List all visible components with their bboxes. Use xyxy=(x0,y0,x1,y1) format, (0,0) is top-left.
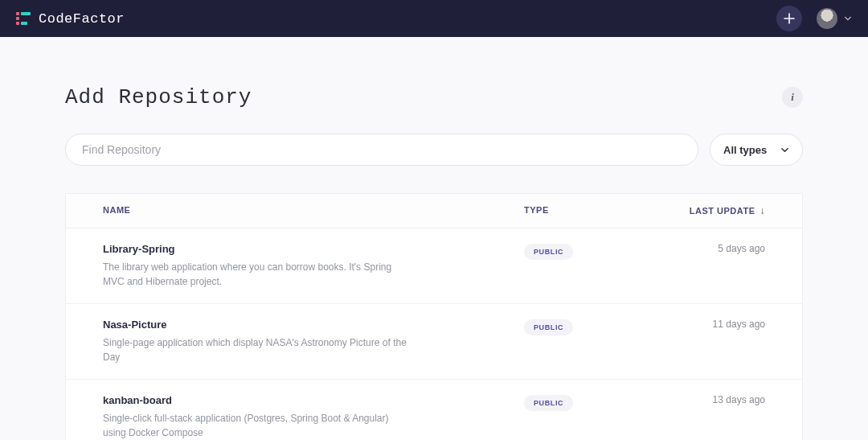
repo-table: NAME TYPE LAST UPDATE ↓ Library-SpringTh… xyxy=(65,193,803,440)
col-header-name[interactable]: NAME xyxy=(103,205,524,216)
last-update-text: 13 days ago xyxy=(661,394,765,405)
search-input[interactable] xyxy=(65,134,698,166)
brand-logo[interactable]: CodeFactor xyxy=(16,11,125,27)
col-header-update-label: LAST UPDATE xyxy=(690,206,755,216)
type-cell: PUBLIC xyxy=(524,243,661,260)
topbar-right xyxy=(776,6,852,31)
repo-description: Single-click full-stack application (Pos… xyxy=(103,411,408,440)
brand-mark-icon xyxy=(16,11,31,26)
col-header-update[interactable]: LAST UPDATE ↓ xyxy=(661,205,765,216)
table-row[interactable]: Library-SpringThe library web applicatio… xyxy=(66,228,802,304)
visibility-badge: PUBLIC xyxy=(524,244,573,260)
table-row[interactable]: kanban-boardSingle-click full-stack appl… xyxy=(66,380,802,440)
page-header: Add Repository i xyxy=(65,85,803,109)
plus-icon xyxy=(784,13,795,24)
type-cell: PUBLIC xyxy=(524,319,661,335)
user-menu[interactable] xyxy=(817,8,852,29)
repo-description: Single-page application which display NA… xyxy=(103,335,408,364)
repo-cell: Library-SpringThe library web applicatio… xyxy=(103,243,524,289)
info-icon: i xyxy=(791,91,794,104)
avatar-icon xyxy=(817,8,837,29)
sort-desc-icon: ↓ xyxy=(760,205,766,216)
controls-row: All types xyxy=(65,134,803,166)
last-update-text: 5 days ago xyxy=(661,243,765,254)
type-cell: PUBLIC xyxy=(524,394,661,411)
update-cell: 13 days ago xyxy=(661,394,765,405)
last-update-text: 11 days ago xyxy=(661,319,765,330)
type-filter-dropdown[interactable]: All types xyxy=(710,134,803,166)
col-header-type[interactable]: TYPE xyxy=(524,205,661,216)
add-button[interactable] xyxy=(776,6,802,31)
page-title: Add Repository xyxy=(65,85,252,109)
info-button[interactable]: i xyxy=(782,87,803,108)
repo-name[interactable]: Nasa-Picture xyxy=(103,319,524,331)
table-body: Library-SpringThe library web applicatio… xyxy=(66,228,802,440)
page-content: Add Repository i All types NAME TYPE LAS… xyxy=(65,37,803,440)
repo-name[interactable]: Library-Spring xyxy=(103,243,524,255)
repo-description: The library web application where you ca… xyxy=(103,260,408,289)
table-row[interactable]: Nasa-PictureSingle-page application whic… xyxy=(66,304,802,380)
top-nav: CodeFactor xyxy=(0,0,868,37)
visibility-badge: PUBLIC xyxy=(524,395,573,411)
visibility-badge: PUBLIC xyxy=(524,319,573,335)
type-filter-label: All types xyxy=(723,144,767,156)
chevron-down-icon xyxy=(780,146,789,154)
update-cell: 11 days ago xyxy=(661,319,765,330)
repo-name[interactable]: kanban-board xyxy=(103,394,524,406)
update-cell: 5 days ago xyxy=(661,243,765,254)
table-header: NAME TYPE LAST UPDATE ↓ xyxy=(66,194,802,228)
repo-cell: Nasa-PictureSingle-page application whic… xyxy=(103,319,524,364)
chevron-down-icon xyxy=(844,14,852,23)
brand-text: CodeFactor xyxy=(39,11,125,27)
repo-cell: kanban-boardSingle-click full-stack appl… xyxy=(103,394,524,440)
